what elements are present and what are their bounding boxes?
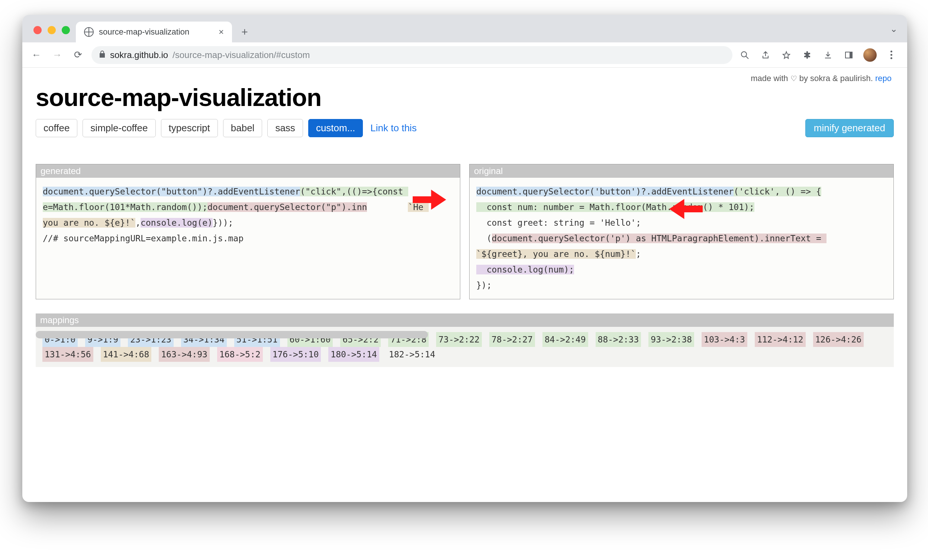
share-icon[interactable] bbox=[759, 49, 772, 61]
repo-link[interactable]: repo bbox=[875, 74, 891, 83]
gen-seg: `He bbox=[408, 202, 428, 212]
orig-seg: document.querySelector('p') as HTMLParag… bbox=[492, 233, 826, 243]
gen-seg: e=Math.floor(101*Math.random()); bbox=[43, 202, 208, 212]
horizontal-scrollbar[interactable] bbox=[36, 331, 428, 339]
search-icon[interactable] bbox=[739, 49, 751, 61]
gen-seg: , bbox=[135, 218, 140, 227]
toggle-coffee[interactable]: coffee bbox=[36, 119, 77, 137]
address-bar[interactable]: sokra.github.io/source-map-visualization… bbox=[92, 46, 733, 64]
gen-seg: console.log(e) bbox=[140, 218, 213, 227]
reload-button[interactable]: ⟳ bbox=[71, 47, 85, 63]
mapping-item[interactable]: 78->2:27 bbox=[489, 332, 535, 347]
mapping-item[interactable]: 88->2:33 bbox=[595, 332, 641, 347]
page-content: made with ♡ by sokra & paulirish. repo s… bbox=[22, 68, 907, 502]
tabs-overflow-icon[interactable]: ⌄ bbox=[890, 24, 897, 34]
orig-seg: ( bbox=[476, 233, 492, 243]
svg-rect-3 bbox=[850, 52, 852, 58]
toggle-babel[interactable]: babel bbox=[223, 119, 263, 137]
mapping-item[interactable]: 141->4:68 bbox=[101, 347, 152, 362]
orig-seg: console.log(num); bbox=[476, 265, 574, 275]
heart-icon: ♡ bbox=[791, 74, 797, 82]
mappings-header: mappings bbox=[36, 313, 894, 327]
toggle-sass[interactable]: sass bbox=[267, 119, 303, 137]
side-panel-icon[interactable] bbox=[843, 49, 855, 61]
forward-button[interactable]: → bbox=[50, 47, 65, 63]
orig-seg: document.querySelector('button')?.addEve… bbox=[476, 187, 734, 196]
original-panel-header: original bbox=[470, 164, 893, 178]
orig-seg: const num: number = Math.floor(Math.rand… bbox=[476, 202, 754, 212]
close-tab-icon[interactable]: × bbox=[218, 27, 224, 37]
mapping-item[interactable]: 163->4:93 bbox=[159, 347, 210, 362]
toggle-simple-coffee[interactable]: simple-coffee bbox=[82, 119, 156, 137]
original-code[interactable]: document.querySelector('button')?.addEve… bbox=[470, 178, 893, 299]
gen-seg: const bbox=[377, 187, 408, 196]
gen-seg: //# sourceMappingURL=example.min.js.map bbox=[43, 233, 244, 243]
mapping-item[interactable]: 84->2:49 bbox=[542, 332, 588, 347]
toolbar-icons bbox=[739, 48, 901, 62]
orig-seg: const greet: string = 'Hello'; bbox=[476, 218, 641, 227]
link-to-this[interactable]: Link to this bbox=[370, 122, 417, 134]
extensions-icon[interactable] bbox=[801, 49, 814, 61]
generated-code[interactable]: document.querySelector("button")?.addEve… bbox=[36, 178, 460, 252]
close-window-button[interactable] bbox=[34, 26, 42, 34]
mapping-item[interactable]: 182->5:14 bbox=[387, 347, 438, 362]
new-tab-button[interactable]: + bbox=[237, 24, 252, 40]
credit-line: made with ♡ by sokra & paulirish. repo bbox=[751, 74, 891, 83]
minify-generated-button[interactable]: minify generated bbox=[805, 119, 894, 137]
mapping-item[interactable]: 126->4:26 bbox=[813, 332, 864, 347]
credit-prefix: made with bbox=[751, 74, 790, 83]
bookmark-star-icon[interactable] bbox=[780, 49, 793, 61]
mapping-item[interactable]: 73->2:22 bbox=[436, 332, 482, 347]
lock-icon bbox=[99, 50, 105, 60]
downloads-icon[interactable] bbox=[822, 49, 834, 61]
credit-authors: by sokra & paulirish. bbox=[799, 74, 875, 83]
mapping-item[interactable]: 93->2:38 bbox=[649, 332, 694, 347]
gen-seg: })); bbox=[213, 218, 233, 227]
mapping-item[interactable]: 180->5:14 bbox=[328, 347, 379, 362]
tab-title: source-map-visualization bbox=[99, 27, 189, 37]
mapping-item[interactable]: 112->4:12 bbox=[755, 332, 806, 347]
gen-seg: document.querySelector("button")?.addEve… bbox=[43, 187, 300, 196]
profile-avatar[interactable] bbox=[863, 48, 877, 62]
generated-panel-header: generated bbox=[36, 164, 460, 178]
mappings-section: mappings 0->1:09->1:923->1:2334->1:3451-… bbox=[36, 313, 894, 367]
svg-line-1 bbox=[746, 56, 748, 59]
browser-tab[interactable]: source-map-visualization × bbox=[76, 21, 232, 43]
window-controls bbox=[30, 26, 76, 43]
code-panels: generated document.querySelector("button… bbox=[36, 164, 894, 299]
mapping-item[interactable]: 168->5:2 bbox=[217, 347, 263, 362]
svg-point-0 bbox=[741, 52, 746, 57]
globe-icon bbox=[84, 27, 94, 37]
toggle-custom[interactable]: custom... bbox=[308, 119, 363, 137]
tab-strip: source-map-visualization × + ⌄ bbox=[22, 15, 907, 43]
gen-seg: document.querySelector("p").inn bbox=[208, 202, 367, 212]
back-button[interactable]: ← bbox=[29, 47, 44, 63]
browser-menu-icon[interactable] bbox=[885, 49, 897, 61]
orig-seg: `${greet}, you are no. ${num}!` bbox=[476, 249, 636, 259]
orig-seg: ; bbox=[636, 249, 641, 259]
orig-seg: ('click', () => { bbox=[734, 187, 821, 196]
example-toggles: coffee simple-coffee typescript babel sa… bbox=[36, 119, 894, 137]
maximize-window-button[interactable] bbox=[62, 26, 70, 34]
mapping-item[interactable]: 103->4:3 bbox=[702, 332, 747, 347]
page-title: source-map-visualization bbox=[36, 83, 894, 111]
orig-seg: }); bbox=[476, 280, 492, 290]
minimize-window-button[interactable] bbox=[47, 26, 56, 34]
url-host: sokra.github.io bbox=[110, 50, 168, 60]
gen-seg: ("click",(()=>{ bbox=[300, 187, 377, 196]
original-panel: original document.querySelector('button'… bbox=[469, 164, 894, 299]
browser-toolbar: ← → ⟳ sokra.github.io/source-map-visuali… bbox=[22, 43, 907, 68]
toggle-typescript[interactable]: typescript bbox=[161, 119, 218, 137]
url-path: /source-map-visualization/#custom bbox=[172, 50, 310, 60]
browser-window: source-map-visualization × + ⌄ ← → ⟳ sok… bbox=[22, 15, 907, 502]
mapping-item[interactable]: 176->5:10 bbox=[270, 347, 321, 362]
gen-seg: you are no. ${e}!` bbox=[43, 218, 135, 227]
mapping-item[interactable]: 131->4:56 bbox=[43, 347, 93, 362]
generated-panel: generated document.querySelector("button… bbox=[36, 164, 460, 299]
